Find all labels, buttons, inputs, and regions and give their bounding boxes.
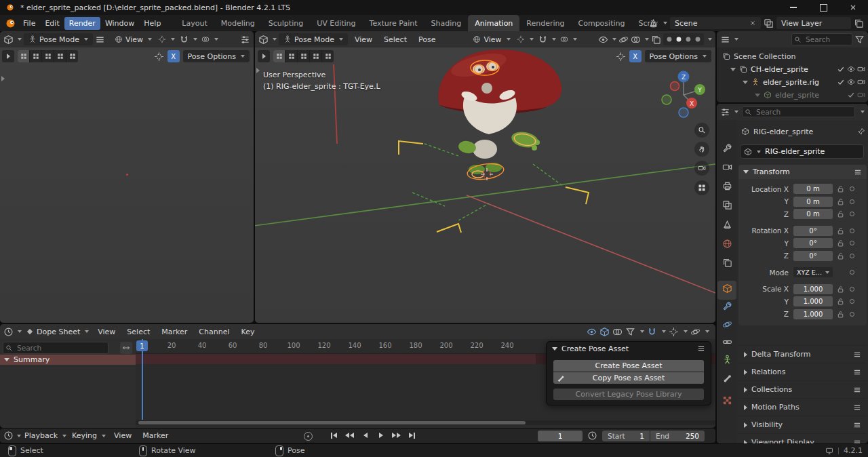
- filter-funnel-icon[interactable]: [625, 327, 635, 337]
- tool-header-toggle[interactable]: [2, 50, 14, 62]
- checkbox-icon[interactable]: [837, 65, 845, 73]
- interpolation-icon[interactable]: [690, 327, 701, 337]
- grid-option-icon[interactable]: [285, 50, 298, 62]
- scale-y-field[interactable]: 1.000: [793, 296, 833, 306]
- scene-unlink-icon[interactable]: [749, 20, 756, 26]
- mirror-x-toggle[interactable]: X: [629, 50, 642, 62]
- tab-layout[interactable]: Layout: [175, 15, 214, 31]
- network-icon[interactable]: [825, 447, 833, 455]
- tab-constraints-icon[interactable]: [722, 337, 732, 347]
- editor-type-icon[interactable]: [3, 431, 14, 441]
- tab-output-icon[interactable]: [722, 181, 732, 191]
- tab-uv-editing[interactable]: UV Editing: [310, 15, 362, 31]
- pan-button[interactable]: [694, 142, 709, 157]
- overlays-icon[interactable]: [631, 35, 641, 45]
- tab-texture-icon[interactable]: [722, 395, 732, 405]
- section-motion-paths[interactable]: Motion Paths: [738, 398, 867, 416]
- transform-pivot-icon[interactable]: [154, 52, 164, 62]
- menu-render[interactable]: Render: [64, 17, 100, 30]
- lock-icon[interactable]: [836, 297, 845, 306]
- jump-to-end-button[interactable]: [405, 430, 419, 441]
- hide-eye-icon[interactable]: [847, 65, 855, 73]
- blender-menu-icon[interactable]: [5, 18, 16, 28]
- snap-magnet-icon[interactable]: [179, 35, 189, 45]
- section-relations[interactable]: Relations: [738, 363, 867, 380]
- rotation-y-field[interactable]: 0°: [793, 238, 833, 248]
- checkbox-icon[interactable]: [847, 91, 855, 99]
- snap-magnet-icon[interactable]: [538, 35, 548, 45]
- keying-dropdown[interactable]: Keying: [70, 430, 108, 442]
- hamburger-icon[interactable]: [95, 35, 105, 45]
- tab-scene-icon[interactable]: [722, 220, 732, 230]
- section-visibility[interactable]: Visibility: [738, 416, 867, 433]
- grid-option-icon[interactable]: [322, 50, 334, 62]
- scene-selector[interactable]: Scene: [670, 17, 761, 29]
- tab-tool-icon[interactable]: [722, 143, 732, 153]
- xray-icon[interactable]: [651, 35, 661, 45]
- panel-menu-icon[interactable]: [697, 344, 705, 353]
- panel-menu-icon[interactable]: [853, 439, 861, 444]
- id-browse-chevron[interactable]: [757, 151, 761, 153]
- auto-keying-toggle[interactable]: [304, 432, 313, 441]
- mirror-x-toggle[interactable]: X: [167, 50, 180, 62]
- viewport-left-canvas[interactable]: X Pose Options: [0, 47, 254, 323]
- menu-pose[interactable]: Pose: [414, 32, 440, 47]
- pivot-dropdown[interactable]: [156, 33, 177, 45]
- snap-chevron[interactable]: [193, 38, 197, 41]
- pivot-dropdown[interactable]: [515, 33, 536, 45]
- lock-icon[interactable]: [836, 184, 845, 193]
- mode-dropdown[interactable]: Pose Mode: [279, 33, 348, 45]
- menu-select[interactable]: Select: [122, 324, 155, 339]
- scale-x-field[interactable]: 1.000: [793, 284, 833, 294]
- create-pose-asset-button[interactable]: Create Pose Asset: [553, 360, 704, 372]
- hide-eye-icon[interactable]: [847, 78, 855, 86]
- panel-menu-icon[interactable]: [853, 421, 861, 429]
- viewport-right-canvas[interactable]: X Pose Options User Perspective (1) RIG-…: [255, 47, 715, 323]
- pose-options-dropdown[interactable]: Pose Options: [645, 50, 711, 62]
- menu-select[interactable]: Select: [379, 32, 412, 47]
- menu-channel[interactable]: Channel: [194, 324, 234, 339]
- menu-marker[interactable]: Marker: [157, 324, 192, 339]
- location-x-field[interactable]: 0 m: [793, 184, 833, 194]
- navigation-gizmo[interactable]: Z Y X: [656, 68, 711, 122]
- animate-dot[interactable]: [850, 199, 854, 204]
- tab-physics-icon[interactable]: [722, 319, 732, 330]
- grid-option-icon[interactable]: [298, 50, 310, 62]
- jump-to-start-button[interactable]: [327, 430, 341, 441]
- animate-dot[interactable]: [850, 228, 854, 233]
- shading-chevron[interactable]: [708, 38, 712, 41]
- grid-option-icon[interactable]: [30, 50, 42, 62]
- lock-icon[interactable]: [836, 197, 845, 206]
- animate-dot[interactable]: [850, 186, 854, 191]
- playback-dropdown[interactable]: Playback: [22, 430, 68, 442]
- pin-icon[interactable]: [857, 127, 865, 136]
- visibility-icon[interactable]: [598, 35, 608, 45]
- menu-view[interactable]: View: [93, 324, 120, 339]
- only-selected-icon[interactable]: [587, 327, 597, 337]
- animate-dot[interactable]: [850, 254, 854, 258]
- outliner-row-ch-elder-sprite[interactable]: CH-elder_sprite: [717, 63, 868, 75]
- transform-panel-header[interactable]: Transform: [738, 165, 867, 179]
- tab-animation[interactable]: Animation: [468, 15, 519, 31]
- editor-type-chevron[interactable]: [18, 38, 22, 41]
- tab-bone-icon[interactable]: [722, 373, 732, 383]
- rotation-z-field[interactable]: 0°: [793, 251, 833, 261]
- search-filter-toggle[interactable]: [120, 342, 132, 354]
- proportional-dropdown[interactable]: [199, 33, 220, 45]
- h-scrollbar-thumb[interactable]: [138, 421, 526, 424]
- animate-dot[interactable]: [850, 241, 854, 245]
- animate-dot[interactable]: [850, 299, 854, 304]
- section-collections[interactable]: Collections: [738, 380, 867, 398]
- play-button[interactable]: [374, 430, 388, 441]
- panel-menu-icon[interactable]: [853, 368, 861, 376]
- rotation-mode-dropdown[interactable]: XYZ E...: [793, 267, 833, 277]
- panel-menu-icon[interactable]: [853, 403, 861, 412]
- proportional-chevron[interactable]: [684, 330, 688, 333]
- render-camera-icon[interactable]: [857, 78, 865, 86]
- tab-object-data-icon[interactable]: [722, 355, 732, 365]
- snap-icon[interactable]: [647, 327, 657, 337]
- panel-menu-icon[interactable]: [854, 168, 862, 176]
- shading-material-icon[interactable]: [685, 36, 692, 43]
- lock-icon[interactable]: [836, 310, 845, 319]
- zoom-button[interactable]: [694, 123, 709, 138]
